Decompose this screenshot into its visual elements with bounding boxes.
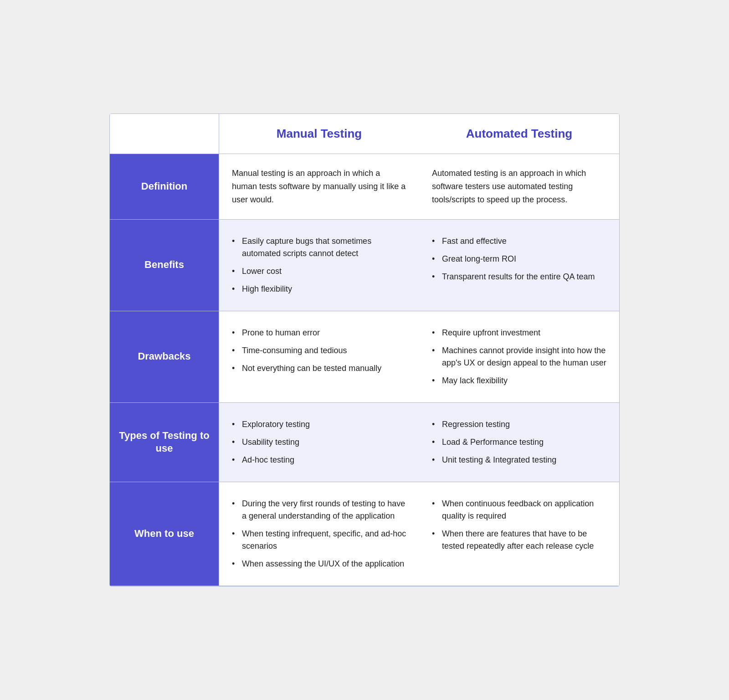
- header-empty-cell: [110, 114, 219, 154]
- row-label-definition: Definition: [110, 154, 219, 219]
- list-item: During the very first rounds of testing …: [232, 495, 406, 525]
- row-label-types-text: Types of Testing to use: [119, 429, 210, 455]
- list-item: Prone to human error: [232, 324, 406, 342]
- row-label-when: When to use: [110, 482, 219, 586]
- list-item: Exploratory testing: [232, 416, 406, 433]
- definition-automated-cell: Automated testing is an approach in whic…: [419, 154, 619, 219]
- types-automated-list: Regression testing Load & Performance te…: [432, 416, 606, 469]
- definition-automated-text: Automated testing is an approach in whic…: [432, 167, 606, 206]
- list-item: Fast and effective: [432, 232, 606, 250]
- comparison-table: Manual Testing Automated Testing Definit…: [109, 113, 620, 586]
- types-manual-cell: Exploratory testing Usability testing Ad…: [219, 403, 419, 482]
- benefits-manual-list: Easily capture bugs that sometimes autom…: [232, 232, 406, 298]
- definition-manual-cell: Manual testing is an approach in which a…: [219, 154, 419, 219]
- list-item: Time-consuming and tedious: [232, 342, 406, 360]
- types-automated-cell: Regression testing Load & Performance te…: [419, 403, 619, 482]
- list-item: Transparent results for the entire QA te…: [432, 268, 606, 286]
- list-item: When there are features that have to be …: [432, 525, 606, 555]
- row-label-benefits: Benefits: [110, 220, 219, 311]
- list-item: May lack flexibility: [432, 372, 606, 390]
- header-manual-testing: Manual Testing: [219, 114, 419, 154]
- list-item: Machines cannot provide insight into how…: [432, 342, 606, 372]
- list-item: Not everything can be tested manually: [232, 360, 406, 377]
- benefits-manual-cell: Easily capture bugs that sometimes autom…: [219, 220, 419, 311]
- when-manual-cell: During the very first rounds of testing …: [219, 482, 419, 586]
- definition-manual-text: Manual testing is an approach in which a…: [232, 167, 406, 206]
- header-manual-title: Manual Testing: [277, 127, 362, 140]
- drawbacks-automated-cell: Require upfront investment Machines cann…: [419, 311, 619, 403]
- row-label-benefits-text: Benefits: [144, 258, 184, 272]
- list-item: When assessing the UI/UX of the applicat…: [232, 555, 406, 573]
- row-label-drawbacks: Drawbacks: [110, 311, 219, 403]
- list-item: Lower cost: [232, 262, 406, 280]
- list-item: When testing infrequent, specific, and a…: [232, 525, 406, 555]
- list-item: Load & Performance testing: [432, 433, 606, 451]
- benefits-automated-list: Fast and effective Great long-term ROI T…: [432, 232, 606, 286]
- row-label-drawbacks-text: Drawbacks: [138, 350, 190, 363]
- header-automated-title: Automated Testing: [466, 127, 573, 140]
- row-label-definition-text: Definition: [141, 180, 187, 193]
- when-automated-list: When continuous feedback on application …: [432, 495, 606, 555]
- when-automated-cell: When continuous feedback on application …: [419, 482, 619, 586]
- row-label-when-text: When to use: [134, 527, 194, 540]
- types-manual-list: Exploratory testing Usability testing Ad…: [232, 416, 406, 469]
- list-item: Unit testing & Integrated testing: [432, 451, 606, 469]
- row-label-types: Types of Testing to use: [110, 403, 219, 482]
- list-item: Great long-term ROI: [432, 250, 606, 268]
- list-item: Regression testing: [432, 416, 606, 433]
- header-automated-testing: Automated Testing: [419, 114, 619, 154]
- list-item: Ad-hoc testing: [232, 451, 406, 469]
- list-item: Easily capture bugs that sometimes autom…: [232, 232, 406, 262]
- list-item: When continuous feedback on application …: [432, 495, 606, 525]
- when-manual-list: During the very first rounds of testing …: [232, 495, 406, 573]
- table-grid: Manual Testing Automated Testing Definit…: [110, 114, 619, 586]
- list-item: Usability testing: [232, 433, 406, 451]
- drawbacks-automated-list: Require upfront investment Machines cann…: [432, 324, 606, 390]
- benefits-automated-cell: Fast and effective Great long-term ROI T…: [419, 220, 619, 311]
- drawbacks-manual-cell: Prone to human error Time-consuming and …: [219, 311, 419, 403]
- drawbacks-manual-list: Prone to human error Time-consuming and …: [232, 324, 406, 377]
- list-item: Require upfront investment: [432, 324, 606, 342]
- list-item: High flexibility: [232, 280, 406, 298]
